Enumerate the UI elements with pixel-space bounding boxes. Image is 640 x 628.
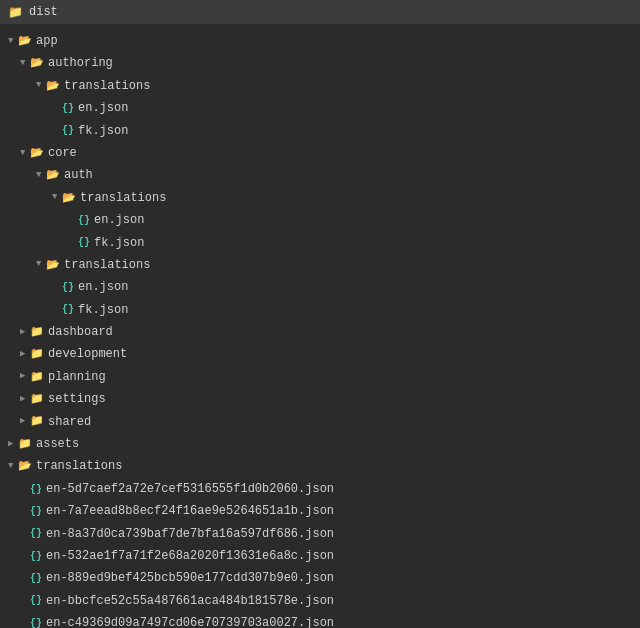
folder-name: translations [80,188,166,208]
folder-item[interactable]: ▼📂translations [4,75,636,97]
file-name: en-bbcfce52c55a487661aca484b181578e.json [46,591,334,611]
folder-name: assets [36,434,79,454]
arrow-icon: ▼ [20,146,30,161]
arrow-icon: ▼ [52,190,62,205]
folder-item[interactable]: ▶📁planning [4,366,636,388]
folder-name: translations [64,76,150,96]
folder-icon: 📂 [18,32,32,51]
folder-name: settings [48,389,106,409]
folder-item[interactable]: ▼📂core [4,142,636,164]
arrow-icon: ▼ [20,56,30,71]
folder-icon: 📁 [30,390,44,409]
folder-name: core [48,143,77,163]
file-item[interactable]: {}en.json [4,276,636,298]
file-name: en-5d7caef2a72e7cef5316555f1d0b2060.json [46,479,334,499]
folder-name: translations [36,456,122,476]
folder-icon: 📁 [30,323,44,342]
folder-item[interactable]: ▼📂auth [4,164,636,186]
json-file-icon: {} [78,212,90,229]
folder-item[interactable]: ▶📁assets [4,433,636,455]
file-name: en-8a37d0ca739baf7de7bfa16a597df686.json [46,524,334,544]
json-file-icon: {} [30,481,42,498]
folder-name: planning [48,367,106,387]
folder-item[interactable]: ▼📂authoring [4,52,636,74]
json-file-icon: {} [30,548,42,565]
folder-name: shared [48,412,91,432]
tree-container: ▼📂app▼📂authoring▼📂translations {}en.json… [0,24,640,628]
file-item[interactable]: {}en-c49369d09a7497cd06e70739703a0027.js… [4,612,636,628]
folder-icon: 📁 [30,368,44,387]
file-item[interactable]: {}en-8a37d0ca739baf7de7bfa16a597df686.js… [4,523,636,545]
json-file-icon: {} [30,503,42,520]
json-file-icon: {} [30,525,42,542]
file-item[interactable]: {}fk.json [4,232,636,254]
file-name: en-532ae1f7a71f2e68a2020f13631e6a8c.json [46,546,334,566]
folder-item[interactable]: ▼📂app [4,30,636,52]
folder-icon: 📁 [8,5,23,20]
arrow-icon: ▼ [36,257,46,272]
folder-item[interactable]: ▼📂translations [4,187,636,209]
file-item[interactable]: {}en-532ae1f7a71f2e68a2020f13631e6a8c.js… [4,545,636,567]
folder-icon: 📂 [30,144,44,163]
arrow-icon: ▶ [8,437,18,452]
title-bar: 📁 dist [0,0,640,24]
file-item[interactable]: {}en-bbcfce52c55a487661aca484b181578e.js… [4,590,636,612]
json-file-icon: {} [62,279,74,296]
json-file-icon: {} [30,592,42,609]
file-item[interactable]: {}en.json [4,97,636,119]
json-file-icon: {} [78,234,90,251]
folder-name: auth [64,165,93,185]
file-name: en.json [94,210,144,230]
folder-icon: 📂 [46,166,60,185]
file-name: en.json [78,98,128,118]
json-file-icon: {} [30,570,42,587]
arrow-icon: ▼ [8,34,18,49]
folder-name: app [36,31,58,51]
file-name: en-889ed9bef425bcb590e177cdd307b9e0.json [46,568,334,588]
arrow-icon: ▶ [20,369,30,384]
arrow-icon: ▶ [20,414,30,429]
folder-name: development [48,344,127,364]
folder-icon: 📂 [62,189,76,208]
folder-item[interactable]: ▶📁shared [4,411,636,433]
json-file-icon: {} [30,615,42,628]
file-item[interactable]: {}en-889ed9bef425bcb590e177cdd307b9e0.js… [4,567,636,589]
folder-name: dashboard [48,322,113,342]
arrow-icon: ▶ [20,325,30,340]
folder-icon: 📂 [46,77,60,96]
json-file-icon: {} [62,301,74,318]
file-item[interactable]: {}fk.json [4,120,636,142]
folder-item[interactable]: ▼📂translations [4,254,636,276]
folder-name: translations [64,255,150,275]
file-item[interactable]: {}en.json [4,209,636,231]
json-file-icon: {} [62,100,74,117]
folder-item[interactable]: ▶📁settings [4,388,636,410]
file-name: fk.json [94,233,144,253]
arrow-icon: ▼ [8,459,18,474]
arrow-icon: ▶ [20,347,30,362]
arrow-icon: ▼ [36,78,46,93]
file-name: fk.json [78,121,128,141]
folder-item[interactable]: ▶📁dashboard [4,321,636,343]
arrow-icon: ▶ [20,392,30,407]
file-item[interactable]: {}fk.json [4,299,636,321]
file-name: en-c49369d09a7497cd06e70739703a0027.json [46,613,334,628]
file-name: en.json [78,277,128,297]
json-file-icon: {} [62,122,74,139]
folder-name: authoring [48,53,113,73]
file-item[interactable]: {}en-5d7caef2a72e7cef5316555f1d0b2060.js… [4,478,636,500]
folder-icon: 📁 [30,412,44,431]
file-item[interactable]: {}en-7a7eead8b8ecf24f16ae9e5264651a1b.js… [4,500,636,522]
file-name: fk.json [78,300,128,320]
folder-item[interactable]: ▶📁development [4,343,636,365]
title-text: dist [29,5,58,19]
folder-item[interactable]: ▼📂translations [4,455,636,477]
folder-icon: 📂 [18,457,32,476]
file-name: en-7a7eead8b8ecf24f16ae9e5264651a1b.json [46,501,334,521]
folder-icon: 📁 [30,345,44,364]
folder-icon: 📂 [46,256,60,275]
folder-icon: 📂 [30,54,44,73]
arrow-icon: ▼ [36,168,46,183]
folder-icon: 📁 [18,435,32,454]
